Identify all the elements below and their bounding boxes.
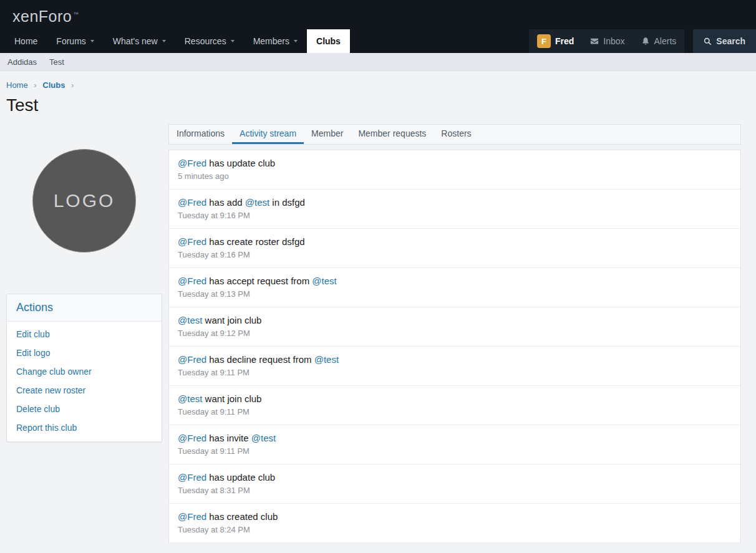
action-edit-logo[interactable]: Edit logo bbox=[7, 344, 162, 362]
activity-item: @Fred has create roster dsfgdTuesday at … bbox=[169, 229, 740, 268]
activity-timestamp: Tuesday at 9:16 PM bbox=[178, 211, 732, 220]
activity-item: @Fred has decline request from @testTues… bbox=[169, 347, 740, 386]
mention-link[interactable]: @test bbox=[245, 197, 269, 208]
mention-link[interactable]: @test bbox=[314, 354, 339, 365]
tab-member-requests[interactable]: Member requests bbox=[351, 125, 434, 144]
search-icon bbox=[704, 37, 712, 46]
message-text: want join club bbox=[202, 315, 261, 325]
nav-whats-new[interactable]: What's new bbox=[104, 29, 175, 53]
nav-forums[interactable]: Forums bbox=[47, 29, 103, 53]
subnav-item-test[interactable]: Test bbox=[49, 57, 64, 67]
club-logo-text: LOGO bbox=[54, 190, 115, 211]
message-text: has update club bbox=[206, 158, 275, 168]
message-text: has decline request from bbox=[206, 354, 314, 365]
activity-timestamp: Tuesday at 9:16 PM bbox=[178, 250, 732, 259]
activity-message: @test want join club bbox=[178, 315, 732, 325]
chevron-down-icon bbox=[294, 40, 298, 42]
tab-activity-stream[interactable]: Activity stream bbox=[232, 125, 304, 144]
mention-link[interactable]: @test bbox=[251, 433, 276, 443]
mention-link[interactable]: @Fred bbox=[178, 158, 206, 168]
mention-link[interactable]: @Fred bbox=[178, 472, 206, 483]
actions-title: Actions bbox=[7, 294, 162, 322]
trademark-symbol: ™ bbox=[73, 11, 79, 17]
activity-timestamp: Tuesday at 9:11 PM bbox=[178, 407, 732, 416]
nav-members[interactable]: Members bbox=[244, 29, 307, 53]
activity-item: @Fred has created clubTuesday at 8:24 PM bbox=[169, 504, 740, 543]
activity-message: @Fred has accept request from @test bbox=[178, 276, 732, 286]
action-report-this-club[interactable]: Report this club bbox=[7, 418, 162, 437]
inbox-label: Inbox bbox=[603, 36, 624, 46]
activity-message: @Fred has created club bbox=[178, 511, 732, 522]
message-text: has accept request from bbox=[206, 276, 312, 286]
activity-item: @Fred has invite @testTuesday at 9:11 PM bbox=[169, 425, 740, 464]
mention-link[interactable]: @test bbox=[178, 393, 202, 404]
message-text: has create roster dsfgd bbox=[206, 236, 305, 247]
mention-link[interactable]: @Fred bbox=[178, 276, 206, 286]
action-delete-club[interactable]: Delete club bbox=[7, 400, 162, 418]
avatar: F bbox=[537, 34, 551, 48]
message-text: in dsfgd bbox=[269, 197, 305, 208]
nav-whats-new-label: What's new bbox=[113, 36, 158, 46]
bell-icon bbox=[641, 37, 650, 46]
nav-resources-label: Resources bbox=[185, 36, 226, 46]
mention-link[interactable]: @test bbox=[312, 276, 336, 286]
activity-item: @test want join clubTuesday at 9:11 PM bbox=[169, 386, 740, 425]
account-menu[interactable]: F Fred bbox=[529, 29, 582, 53]
activity-item: @Fred has accept request from @testTuesd… bbox=[169, 268, 740, 307]
activity-message: @test want join club bbox=[178, 393, 732, 404]
actions-block: Actions Edit club Edit logo Change club … bbox=[6, 294, 162, 442]
columns: LOGO Actions Edit club Edit logo Change … bbox=[6, 124, 741, 543]
activity-item: @Fred has update club5 minutes ago bbox=[169, 150, 740, 190]
mention-link[interactable]: @Fred bbox=[178, 236, 206, 247]
activity-timestamp: 5 minutes ago bbox=[178, 171, 732, 181]
action-edit-club[interactable]: Edit club bbox=[7, 325, 162, 344]
nav-clubs[interactable]: Clubs bbox=[307, 29, 350, 53]
search-button[interactable]: Search bbox=[693, 29, 756, 53]
mention-link[interactable]: @Fred bbox=[178, 354, 206, 365]
activity-message: @Fred has update club bbox=[178, 472, 732, 483]
visitor-tabs: F Fred Inbox Alerts bbox=[529, 29, 684, 53]
nav-forums-label: Forums bbox=[56, 36, 85, 46]
message-text: want join club bbox=[202, 393, 261, 404]
activity-item: @Fred has update clubTuesday at 8:31 PM bbox=[169, 464, 740, 504]
tab-rosters[interactable]: Rosters bbox=[434, 125, 478, 144]
breadcrumb-separator: › bbox=[71, 80, 74, 90]
message-text: has add bbox=[206, 197, 245, 208]
activity-timestamp: Tuesday at 9:11 PM bbox=[178, 368, 732, 377]
logo-row: xenForo™ bbox=[0, 0, 756, 29]
nav-home[interactable]: Home bbox=[5, 29, 47, 53]
action-change-club-owner[interactable]: Change club owner bbox=[7, 362, 162, 381]
mention-link[interactable]: @Fred bbox=[178, 511, 206, 522]
breadcrumb-home[interactable]: Home bbox=[6, 80, 28, 90]
page: xenForo™ Home Forums What's new Resource… bbox=[0, 0, 756, 553]
alerts-label: Alerts bbox=[654, 36, 677, 46]
activity-message: @Fred has invite @test bbox=[178, 433, 732, 443]
nav-clubs-label: Clubs bbox=[316, 36, 341, 46]
site-logo[interactable]: xenForo™ bbox=[12, 7, 79, 25]
subnav-item-addidas[interactable]: Addidas bbox=[7, 57, 37, 67]
activity-timestamp: Tuesday at 9:11 PM bbox=[178, 446, 732, 456]
chevron-down-icon bbox=[162, 40, 166, 42]
breadcrumb-clubs[interactable]: Clubs bbox=[42, 80, 65, 90]
nav-right: F Fred Inbox Alerts bbox=[529, 29, 756, 53]
chevron-down-icon bbox=[90, 40, 94, 42]
tab-informations[interactable]: Informations bbox=[169, 125, 232, 144]
search-label: Search bbox=[716, 36, 745, 46]
alerts-button[interactable]: Alerts bbox=[633, 29, 685, 53]
subnav: Addidas Test bbox=[0, 53, 756, 71]
mention-link[interactable]: @Fred bbox=[178, 433, 206, 443]
message-text: has update club bbox=[206, 472, 275, 483]
mention-link[interactable]: @Fred bbox=[178, 197, 206, 208]
message-text: has invite bbox=[206, 433, 251, 443]
main-panel: Informations Activity stream Member Memb… bbox=[168, 124, 741, 543]
breadcrumb: Home › Clubs › bbox=[6, 80, 741, 90]
club-logo[interactable]: LOGO bbox=[32, 149, 136, 252]
main-nav: Home Forums What's new Resources Members… bbox=[0, 29, 756, 53]
inbox-button[interactable]: Inbox bbox=[582, 29, 632, 53]
nav-resources[interactable]: Resources bbox=[175, 29, 244, 53]
mention-link[interactable]: @test bbox=[178, 315, 202, 325]
activity-message: @Fred has update club bbox=[178, 158, 732, 168]
tab-member[interactable]: Member bbox=[304, 125, 351, 144]
nav-left: Home Forums What's new Resources Members… bbox=[5, 29, 350, 53]
action-create-new-roster[interactable]: Create new roster bbox=[7, 381, 162, 400]
